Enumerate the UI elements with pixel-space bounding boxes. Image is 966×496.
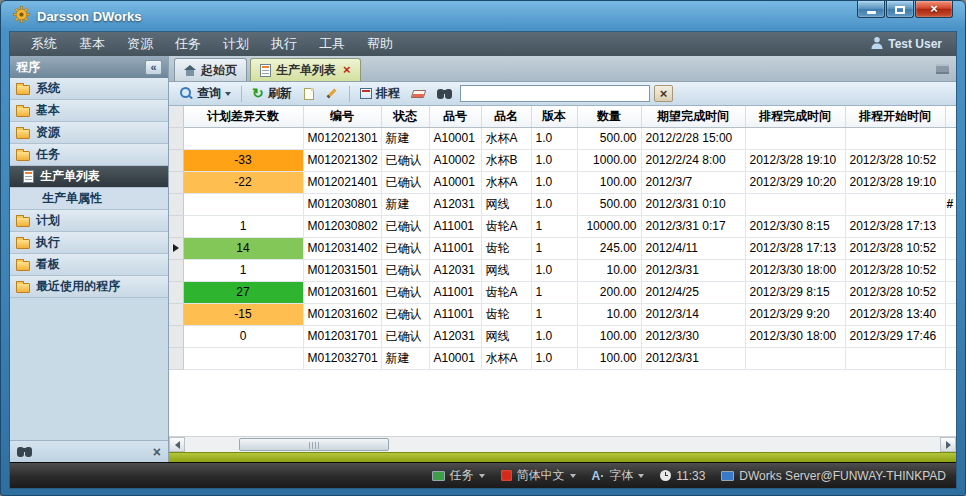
statusbar-language[interactable]: 简体中文 bbox=[501, 467, 576, 484]
edit-button[interactable] bbox=[322, 85, 343, 102]
sidebar-item[interactable]: 生产单属性 bbox=[10, 188, 168, 210]
grid-row[interactable]: M012021301新建A10001水杯A1.0500.002012/2/28 … bbox=[169, 127, 956, 149]
menu-item[interactable]: 工具 bbox=[308, 32, 356, 56]
row-selector-cell[interactable] bbox=[169, 281, 183, 303]
grid-row[interactable]: 0M012031701已确认A12031网线1.0100.002012/3/30… bbox=[169, 325, 956, 347]
grid-row[interactable]: -15M012031602已确认A11001齿轮110.002012/3/142… bbox=[169, 303, 956, 325]
column-header[interactable]: 品号 bbox=[429, 106, 481, 127]
binoculars-icon bbox=[437, 89, 452, 99]
production-order-table: 计划差异天数编号状态品号品名版本数量期望完成时间排程完成时间排程开始时间 M01… bbox=[169, 106, 956, 370]
menu-item[interactable]: 资源 bbox=[116, 32, 164, 56]
sidebar-item[interactable]: 生产单列表 bbox=[10, 166, 168, 188]
grid-row[interactable]: M012032701新建A10001水杯A1.0100.002012/3/31 bbox=[169, 347, 956, 369]
column-header[interactable]: 状态 bbox=[381, 106, 429, 127]
close-button[interactable] bbox=[915, 1, 953, 18]
column-header[interactable]: 排程开始时间 bbox=[845, 106, 945, 127]
column-header[interactable]: 数量 bbox=[577, 106, 641, 127]
sidebar-item-label: 计划 bbox=[36, 212, 60, 229]
row-selector-cell[interactable] bbox=[169, 303, 183, 325]
menu-item[interactable]: 帮助 bbox=[356, 32, 404, 56]
row-selector-cell[interactable] bbox=[169, 149, 183, 171]
statusbar-font[interactable]: 字体 bbox=[592, 467, 645, 484]
row-selector-cell[interactable] bbox=[169, 193, 183, 215]
column-header[interactable]: 计划差异天数 bbox=[183, 106, 303, 127]
grid-row[interactable]: -33M012021302已确认A10002水杯B1.01000.002012/… bbox=[169, 149, 956, 171]
grid-cell: 2012/3/31 0:10 bbox=[641, 193, 745, 215]
row-selector-cell[interactable] bbox=[169, 325, 183, 347]
tab-close-icon[interactable] bbox=[343, 64, 351, 76]
find-icon[interactable] bbox=[17, 447, 32, 457]
row-selector-cell[interactable] bbox=[169, 237, 183, 259]
column-header[interactable]: 版本 bbox=[531, 106, 577, 127]
grid-cell bbox=[745, 193, 845, 215]
folder-icon bbox=[16, 107, 30, 117]
sidebar-item[interactable]: 执行 bbox=[10, 232, 168, 254]
column-header[interactable]: 品名 bbox=[481, 106, 531, 127]
grid-cell: 1.0 bbox=[531, 149, 577, 171]
sidebar-item[interactable]: 资源 bbox=[10, 122, 168, 144]
scroll-right-button[interactable] bbox=[940, 437, 956, 452]
clear-filter-icon[interactable] bbox=[153, 445, 161, 459]
menu-item[interactable]: 执行 bbox=[260, 32, 308, 56]
titlebar[interactable]: Darsson DWorks bbox=[9, 1, 957, 31]
grid-cell: 100.00 bbox=[577, 347, 641, 369]
minimize-button[interactable] bbox=[857, 1, 885, 18]
grid-cell: 2012/3/30 18:00 bbox=[745, 259, 845, 281]
sidebar-item[interactable]: 系统 bbox=[10, 78, 168, 100]
schedule-button[interactable]: 排程 bbox=[356, 83, 404, 104]
horizontal-scrollbar[interactable] bbox=[169, 436, 956, 452]
query-button[interactable]: 查询 bbox=[176, 83, 235, 104]
grid-row[interactable]: 1M012030802已确认A11001齿轮A110000.002012/3/3… bbox=[169, 215, 956, 237]
scrollbar-thumb[interactable] bbox=[239, 438, 389, 451]
filter-input[interactable] bbox=[460, 85, 650, 102]
menu-item[interactable]: 任务 bbox=[164, 32, 212, 56]
grid-row[interactable]: 1M012031501已确认A12031网线1.010.002012/3/312… bbox=[169, 259, 956, 281]
row-selector-cell[interactable] bbox=[169, 171, 183, 193]
sidebar: 程序 « 系统基本资源任务生产单列表生产单属性计划执行看板最近使用的程序 bbox=[10, 56, 169, 462]
language-icon bbox=[501, 470, 512, 481]
grid-cell-partial bbox=[945, 259, 956, 281]
grid-cell: 1.0 bbox=[531, 325, 577, 347]
row-selector-cell[interactable] bbox=[169, 127, 183, 149]
sidebar-collapse-button[interactable]: « bbox=[145, 60, 162, 75]
eraser-button[interactable] bbox=[408, 88, 429, 100]
refresh-button[interactable]: 刷新 bbox=[248, 83, 296, 104]
tab[interactable]: 起始页 bbox=[174, 58, 247, 81]
grid-cell: A10001 bbox=[429, 347, 481, 369]
column-header[interactable]: 期望完成时间 bbox=[641, 106, 745, 127]
column-header[interactable]: 编号 bbox=[303, 106, 381, 127]
grid-cell-partial bbox=[945, 325, 956, 347]
grid-row[interactable]: 14M012031402已确认A11001齿轮1245.002012/4/112… bbox=[169, 237, 956, 259]
grid-area: 计划差异天数编号状态品号品名版本数量期望完成时间排程完成时间排程开始时间 M01… bbox=[169, 106, 956, 436]
sidebar-item[interactable]: 看板 bbox=[10, 254, 168, 276]
row-selector-cell[interactable] bbox=[169, 347, 183, 369]
grid-cell: 齿轮 bbox=[481, 237, 531, 259]
sidebar-item[interactable]: 任务 bbox=[10, 144, 168, 166]
tab[interactable]: 生产单列表 bbox=[250, 58, 361, 81]
grid-row[interactable]: -22M012021401已确认A10001水杯A1.0100.002012/3… bbox=[169, 171, 956, 193]
grid-cell: 2012/3/28 19:10 bbox=[745, 149, 845, 171]
menu-item[interactable]: 系统 bbox=[20, 32, 68, 56]
grid-cell: M012031601 bbox=[303, 281, 381, 303]
grid-row[interactable]: 27M012031601已确认A11001齿轮A1200.002012/4/25… bbox=[169, 281, 956, 303]
pin-icon[interactable] bbox=[936, 64, 949, 74]
statusbar-task[interactable]: 任务 bbox=[432, 467, 485, 484]
grid-cell: 1 bbox=[183, 259, 303, 281]
new-button[interactable] bbox=[300, 86, 318, 102]
row-selector-cell[interactable] bbox=[169, 215, 183, 237]
find-button[interactable] bbox=[433, 87, 456, 101]
menu-item[interactable]: 基本 bbox=[68, 32, 116, 56]
main-panel: 起始页生产单列表 查询 刷新 bbox=[169, 56, 956, 462]
row-selector-cell[interactable] bbox=[169, 259, 183, 281]
grid-row[interactable]: M012030801新建A12031网线1.0500.002012/3/31 0… bbox=[169, 193, 956, 215]
clear-search-button[interactable] bbox=[654, 85, 674, 102]
scroll-left-button[interactable] bbox=[169, 437, 185, 452]
grid-cell: 新建 bbox=[381, 193, 429, 215]
menu-item[interactable]: 计划 bbox=[212, 32, 260, 56]
sidebar-item[interactable]: 基本 bbox=[10, 100, 168, 122]
column-header[interactable]: 排程完成时间 bbox=[745, 106, 845, 127]
maximize-button[interactable] bbox=[886, 1, 914, 18]
sidebar-item[interactable]: 计划 bbox=[10, 210, 168, 232]
sidebar-item[interactable]: 最近使用的程序 bbox=[10, 276, 168, 298]
user-indicator[interactable]: Test User bbox=[871, 36, 946, 52]
